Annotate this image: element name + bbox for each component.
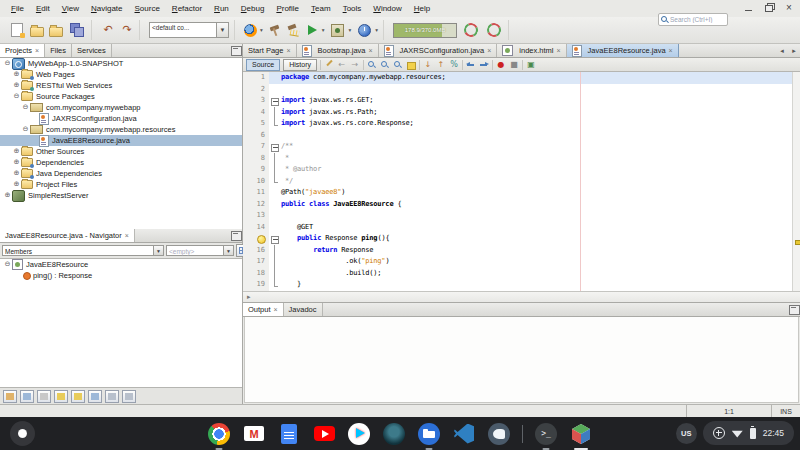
code-line-15[interactable]: public Response ping(){ <box>243 233 800 245</box>
tree-item-source-packages[interactable]: ⊖Source Packages <box>0 91 242 102</box>
code-line-9[interactable]: 9 * @author <box>243 164 800 176</box>
scroll-tabs-right-icon[interactable]: ▸ <box>788 44 800 57</box>
shelf-app-gmail[interactable]: M <box>242 422 266 446</box>
tree-item-java-dependencies[interactable]: ⊕Java Dependencies <box>0 168 242 179</box>
fold-marker[interactable] <box>269 164 281 176</box>
code-line-10[interactable]: 10 */ <box>243 176 800 188</box>
garbage-collect-1-button[interactable] <box>462 21 480 39</box>
restore-icon[interactable] <box>764 3 774 12</box>
code-line-16[interactable]: 16 return Response <box>243 245 800 257</box>
menu-view[interactable]: View <box>56 2 85 15</box>
code-line-17[interactable]: 17 .ok("ping") <box>243 256 800 268</box>
code-line-4[interactable]: 4import javax.ws.rs.Path; <box>243 107 800 119</box>
menu-edit[interactable]: Edit <box>30 2 56 15</box>
save-all-button[interactable] <box>70 23 84 37</box>
editor-tab-jaxrsconfiguration-java[interactable]: JAXRSConfiguration.java× <box>379 44 498 57</box>
close-tab-icon[interactable]: × <box>487 47 491 54</box>
code-line-2[interactable]: 2 <box>243 84 800 96</box>
menu-navigate[interactable]: Navigate <box>85 2 129 15</box>
fold-marker[interactable] <box>269 107 281 119</box>
code-line-19[interactable]: 19 } <box>243 279 800 291</box>
insert-code-icon[interactable]: ▣ <box>526 60 536 70</box>
keyboard-layout-badge[interactable]: US <box>676 423 697 444</box>
build-button[interactable] <box>268 23 282 37</box>
code-line-14[interactable]: 14 @GET <box>243 222 800 234</box>
menu-window[interactable]: Window <box>367 2 407 15</box>
fold-marker[interactable] <box>269 233 281 245</box>
menu-source[interactable]: Source <box>129 2 166 15</box>
menu-profile[interactable]: Profile <box>270 2 305 15</box>
collapse-icon[interactable]: ⊖ <box>21 124 30 135</box>
minimized-layout-icon[interactable] <box>105 390 119 403</box>
toggle-highlight-search-icon[interactable] <box>406 60 416 70</box>
last-edited-icon[interactable] <box>324 60 334 70</box>
fold-marker[interactable] <box>269 176 281 188</box>
tree-item-jaxrsconfiguration-java[interactable]: JAXRSConfiguration.java <box>0 113 242 124</box>
shelf-app-terminal[interactable]: >_ <box>534 422 558 446</box>
expand-icon[interactable]: ⊕ <box>12 179 21 190</box>
find-previous-occurrence-icon[interactable] <box>393 60 403 70</box>
stop-macro-recording-icon[interactable]: ■ <box>509 60 519 70</box>
find-selection-icon[interactable] <box>367 60 377 70</box>
open-project-button[interactable] <box>49 27 63 37</box>
tree-item-com-mycompany-mywebapp[interactable]: ⊖com.mycompany.mywebapp <box>0 102 242 113</box>
tree-item-project-files[interactable]: ⊕Project Files <box>0 179 242 190</box>
output-content[interactable] <box>244 317 799 403</box>
close-tab-icon[interactable]: × <box>274 306 278 313</box>
scroll-tabs-left-icon[interactable]: ◂ <box>776 44 788 57</box>
code-line-11[interactable]: 11@Path("javaee8") <box>243 187 800 199</box>
forward-icon[interactable]: → <box>350 60 360 70</box>
memory-indicator[interactable]: 178.9/370.0MB <box>393 23 457 38</box>
fold-marker[interactable] <box>269 245 281 257</box>
minimized-lock-alt-icon[interactable] <box>71 390 85 403</box>
code-line-6[interactable]: 6 <box>243 130 800 142</box>
close-icon[interactable]: × <box>784 3 794 12</box>
editor-tab-start-page[interactable]: Start Page× <box>243 44 297 57</box>
clean-build-button[interactable] <box>287 23 301 37</box>
tree-item-com-mycompany-mywebapp-resources[interactable]: ⊖com.mycompany.mywebapp.resources <box>0 124 242 135</box>
close-tab-icon[interactable]: × <box>286 47 290 54</box>
debug-project-button[interactable] <box>331 24 344 37</box>
new-file-button[interactable] <box>11 23 23 37</box>
tab-files[interactable]: Files <box>45 44 72 57</box>
shelf-app-files[interactable] <box>417 422 441 446</box>
menu-help[interactable]: Help <box>408 2 436 15</box>
collapse-icon[interactable]: ⊖ <box>21 102 30 113</box>
navigator-scope-select[interactable]: Members▼ <box>2 245 164 256</box>
navigator-tab[interactable]: JavaEE8Resource.java - Navigator× <box>0 229 135 242</box>
code-line-18[interactable]: 18 .build(); <box>243 268 800 280</box>
view-source-button[interactable]: Source <box>246 59 280 71</box>
code-line-13[interactable]: 13 <box>243 210 800 222</box>
code-line-8[interactable]: 8 * <box>243 153 800 165</box>
view-history-button[interactable]: History <box>283 59 317 71</box>
collapse-icon[interactable]: ⊖ <box>3 58 12 69</box>
minimized-window-icon[interactable] <box>88 390 102 403</box>
shelf-app-google-docs[interactable] <box>277 422 301 446</box>
code-line-1[interactable]: 1package com.mycompany.mywebapp.resource… <box>243 72 800 84</box>
fold-marker[interactable] <box>269 153 281 165</box>
tree-item-simplerestserver[interactable]: ⊕SimpleRestServer <box>0 190 242 201</box>
start-macro-recording-icon[interactable]: ● <box>496 60 506 70</box>
shift-line-left-icon[interactable] <box>466 60 476 70</box>
launcher-button[interactable] <box>10 421 35 446</box>
code-line-5[interactable]: 5import javax.ws.rs.core.Response; <box>243 118 800 130</box>
close-tab-icon[interactable]: × <box>125 232 129 239</box>
tree-item-restful-web-services[interactable]: ⊕RESTful Web Services <box>0 80 242 91</box>
output-tab-javadoc[interactable]: Javadoc <box>284 303 323 316</box>
menu-team[interactable]: Team <box>305 2 337 15</box>
minimize-panel-icon[interactable] <box>230 229 242 242</box>
shelf-app-play-store[interactable] <box>347 422 371 446</box>
collapse-icon[interactable]: ⊖ <box>3 259 12 270</box>
find-next-occurrence-icon[interactable] <box>380 60 390 70</box>
output-tab-output[interactable]: Output× <box>243 303 284 316</box>
close-tab-icon[interactable]: × <box>369 47 373 54</box>
editor-tab-index-html[interactable]: index.html× <box>497 44 566 57</box>
error-stripe[interactable] <box>792 72 800 291</box>
undo-button[interactable]: ↶ <box>101 23 115 37</box>
run-configuration-select[interactable]: <default co...▼ <box>149 23 229 37</box>
warning-mark[interactable] <box>795 240 800 245</box>
expand-icon[interactable]: ⊕ <box>3 190 12 201</box>
expand-icon[interactable]: ⊕ <box>12 80 21 91</box>
redo-button[interactable]: ↷ <box>120 23 134 37</box>
status-tray[interactable]: 22:45 <box>703 421 794 445</box>
